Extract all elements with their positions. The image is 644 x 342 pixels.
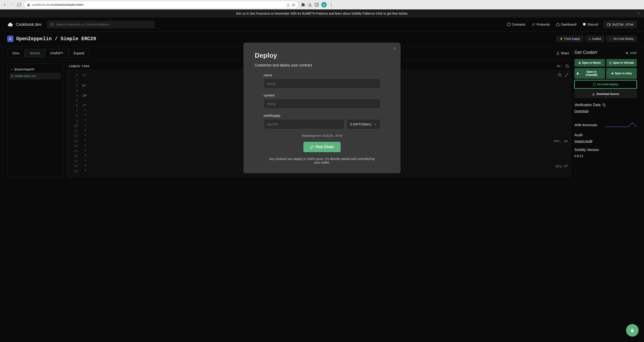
deploy-modal: ✕ Deploy Customize and deploy your contr… (244, 43, 400, 173)
pick-chain-button[interactable]: Pick Chain (304, 142, 340, 152)
verification-data-header: Verification Data (574, 103, 637, 107)
code-filename: simple-toke (69, 64, 89, 68)
tab-chefgpt[interactable]: ChefGPT (45, 49, 68, 58)
share-url-icon[interactable] (286, 3, 290, 7)
badge-nocode: ◌No-Code Deploy (606, 36, 637, 42)
tab-docs[interactable]: Docs (7, 49, 25, 58)
svg-marker-0 (292, 3, 295, 6)
panel-icon[interactable] (314, 3, 319, 7)
svg-rect-1 (315, 3, 318, 6)
breadcrumb-name: Simple ERC20 (60, 36, 96, 42)
more-icon[interactable] (330, 3, 334, 7)
top-nav: Cookbook.dev Contracts Protocols Dashboa… (0, 18, 644, 32)
logo[interactable]: Cookbook.dev (7, 22, 42, 27)
solidity-version-header: Solidity Version (574, 148, 637, 152)
extensions-icon[interactable] (301, 3, 305, 7)
name-input[interactable] (264, 79, 380, 88)
share-button[interactable]: Share (556, 52, 569, 55)
symbol-label: symbol (264, 93, 380, 97)
code-label-fragment: de: (557, 64, 562, 68)
nocode-deploy-button[interactable]: No-Code Deploy (574, 80, 637, 89)
wallet-address: 0x2C3A...67A4 (612, 23, 634, 26)
download-source-button[interactable]: Download Source (574, 90, 637, 98)
tree-file-active[interactable]: simple-token.sol (10, 73, 61, 80)
name-label: name (264, 73, 380, 77)
symbol-input[interactable] (264, 99, 380, 108)
modal-subtitle: Customize and deploy your contract (255, 63, 389, 67)
supply-label: totalSupply (264, 114, 380, 117)
download-icon (592, 92, 595, 96)
back-icon[interactable] (3, 3, 7, 7)
announcement-banner[interactable]: Join us in San Francisco on November 30t… (0, 10, 644, 18)
nav-discord[interactable]: Discord (582, 23, 598, 26)
supply-input[interactable] (264, 119, 344, 129)
disclaimer-text: Any contract you deploy is 100% yours. I… (255, 157, 389, 164)
copy-verification-icon[interactable] (602, 104, 606, 106)
modal-title: Deploy (255, 52, 389, 59)
tab-expand[interactable]: Expand (68, 49, 89, 58)
file-icon (10, 75, 13, 78)
banner-text: Join us in San Francisco on November 30t… (236, 12, 408, 15)
copy2-icon[interactable] (558, 73, 562, 78)
svg-marker-14 (626, 52, 628, 54)
expand-icon[interactable] (565, 73, 568, 78)
tab-source[interactable]: Source (25, 49, 45, 58)
open-vscode-button[interactable]: ⟨⟩Open in VSCode (606, 59, 637, 67)
brand-text: Cookbook.dev (16, 22, 42, 27)
svg-rect-9 (508, 23, 510, 26)
chevron-right-icon (10, 68, 13, 70)
svg-point-4 (331, 4, 332, 5)
nav-dashboard[interactable]: Dashboard (556, 23, 576, 26)
sparkline-chart (606, 122, 637, 128)
nav-contracts[interactable]: Contracts (507, 23, 526, 26)
breadcrumb-sep: / (55, 36, 58, 42)
svg-rect-6 (8, 26, 12, 26)
open-atlas-button[interactable]: ※Open in Atlas (606, 68, 637, 79)
solidity-version-value: 0.8.12 (574, 154, 637, 158)
downloads-icon[interactable] (308, 3, 312, 7)
breadcrumb-org[interactable]: OpenZeppelin (16, 36, 52, 42)
audit-header: Audit (574, 133, 637, 137)
org-logo: Z (7, 36, 14, 42)
browser-chrome: cookbook.dev/contracts/simple-token M (0, 0, 644, 10)
star-icon (626, 52, 628, 54)
link-icon (310, 145, 314, 149)
svg-point-11 (609, 24, 610, 25)
chef-hat-icon (7, 22, 14, 27)
close-modal-icon[interactable]: ✕ (393, 46, 396, 50)
star-url-icon[interactable] (292, 3, 295, 7)
svg-point-5 (331, 6, 332, 6)
search-icon (50, 23, 54, 26)
open-chainide-button[interactable]: ◐Open in ChainIDE (574, 68, 605, 79)
star-count[interactable]: 4086 (626, 51, 637, 55)
svg-rect-12 (567, 66, 569, 68)
wave-icon (630, 328, 635, 333)
file-tree: @openzeppelin simple-token.sol (7, 64, 63, 177)
wallet-icon (607, 23, 610, 26)
svg-point-3 (331, 3, 332, 4)
decimals-select[interactable]: 0 (NFT/Other) ⌄ (347, 119, 380, 129)
svg-point-7 (51, 23, 53, 26)
tree-folder[interactable]: @openzeppelin (10, 66, 61, 73)
forward-icon[interactable] (10, 3, 14, 7)
inspect-audit-link[interactable]: Inspect Audit (574, 139, 637, 143)
close-banner-icon[interactable]: ✕ (638, 12, 640, 15)
url-path: /contracts/simple-token (51, 3, 84, 6)
chevron-down-icon: ⌄ (372, 122, 377, 126)
deploy-icon (593, 83, 596, 86)
search-box[interactable] (47, 21, 154, 28)
wave-fab[interactable] (626, 324, 638, 336)
deploying-from-text: Deploying from: 0x2C3A...67A4 (255, 134, 389, 137)
profile-avatar[interactable]: M (321, 2, 327, 8)
url-domain: cookbook.dev (32, 3, 51, 6)
search-input[interactable] (56, 23, 151, 26)
url-bar[interactable]: cookbook.dev/contracts/simple-token (24, 1, 298, 8)
open-remix-button[interactable]: ◎Open in Remix (574, 59, 605, 67)
get-cookin-header: Get Cookin' (574, 50, 598, 55)
reload-icon[interactable] (17, 3, 21, 7)
wallet-button[interactable]: 0x2C3A...67A4 (604, 21, 637, 28)
lock-icon (27, 3, 30, 7)
download-verification-link[interactable]: Download (574, 109, 637, 113)
copy-icon[interactable] (566, 64, 569, 68)
nav-protocols[interactable]: Protocols (532, 23, 550, 26)
